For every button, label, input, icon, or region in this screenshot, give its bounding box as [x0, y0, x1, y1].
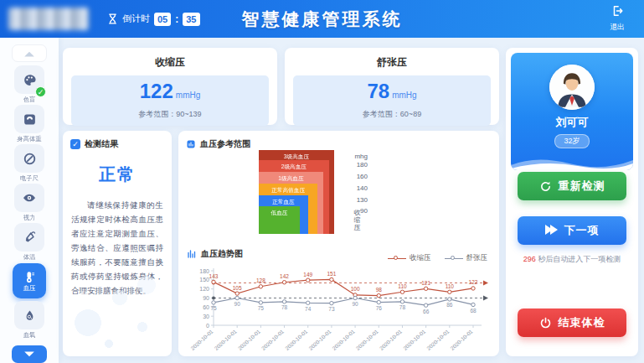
bp-band-label: 低血压	[260, 209, 299, 217]
data-point-label: 151	[327, 271, 336, 277]
data-point	[330, 301, 333, 304]
data-point-label: 90	[352, 301, 358, 307]
reference-range-icon	[186, 139, 196, 149]
data-point	[471, 303, 475, 306]
ref-axis-name: 收 缩 压	[353, 209, 361, 231]
data-point-label: 75	[258, 305, 265, 311]
legend-item-收缩压[interactable]: 收缩压	[388, 253, 431, 263]
sidebar-item-视力[interactable]: 视力	[8, 184, 51, 222]
finish-label: 结束体检	[559, 315, 605, 330]
x-tick-label: 2020-10-01	[425, 328, 451, 351]
trend-chart-title: 血压趋势图	[201, 248, 243, 260]
data-point	[282, 300, 286, 303]
sidebar-item-电子尺[interactable]: 电子尺	[8, 144, 51, 183]
patient-photo-icon	[549, 65, 595, 110]
y-tick-label: 30	[203, 314, 209, 319]
next-label: 下一项	[564, 223, 600, 238]
countdown-separator: :	[175, 13, 178, 25]
data-point	[235, 292, 239, 295]
legend-label: 舒张压	[466, 253, 488, 263]
systolic-card: 收缩压 122mmHg 参考范围：90~139	[63, 48, 277, 125]
data-point-label: 142	[280, 273, 289, 279]
chevron-up-icon	[23, 49, 35, 58]
legend-marker	[445, 256, 463, 262]
x-tick-label: 2020-10-01	[260, 328, 286, 351]
data-point-label: 100	[351, 286, 360, 292]
diastolic-value: 78mmHg	[293, 80, 491, 106]
sidebar-item-血压[interactable]: 血压	[8, 263, 51, 298]
bp-trend-chart: 03060901201501802020-10-012020-10-012020…	[183, 265, 495, 354]
result-check-icon: ✓	[70, 139, 80, 149]
legend-item-舒张压[interactable]: 舒张压	[445, 253, 488, 263]
sidebar-item-label: 身高体重	[17, 135, 41, 143]
diastolic-title: 舒张压	[285, 55, 499, 70]
data-point	[330, 277, 333, 281]
finish-exam-button[interactable]: 结束体检	[518, 309, 626, 337]
diastolic-range: 参考范围：60~89	[293, 109, 491, 120]
bp-band-label: 1级高血压	[260, 174, 322, 183]
systolic-unit: mmHg	[176, 91, 200, 100]
wave-decoration	[511, 153, 633, 170]
legend-label: 收缩压	[410, 253, 431, 263]
eye-icon	[14, 184, 44, 212]
data-point-label: 68	[470, 308, 477, 314]
sidebar-item-血氧[interactable]: 血氧	[8, 301, 51, 340]
sidebar-item-label: 视力	[23, 214, 36, 222]
result-status: 正常	[63, 163, 172, 186]
data-point-label: 86	[446, 302, 453, 308]
hourglass-icon	[107, 13, 118, 25]
diastolic-unit: mmHg	[392, 91, 416, 100]
data-point	[377, 293, 380, 297]
legend-marker	[388, 256, 406, 262]
fast-forward-icon	[545, 225, 558, 237]
data-point-label: 105	[233, 285, 242, 291]
x-tick-label: 2020-10-01	[189, 328, 214, 351]
data-point-label: 78	[399, 304, 406, 310]
ruler-icon	[14, 144, 44, 173]
data-point	[259, 285, 262, 288]
y-tick-label: 150	[199, 277, 209, 283]
sidebar-scroll-down-button[interactable]	[12, 345, 47, 363]
exit-button[interactable]: 退出	[602, 4, 632, 33]
data-point	[424, 303, 427, 307]
sidebar-scroll-up-button[interactable]	[12, 44, 47, 62]
result-header: 检测结果	[85, 138, 118, 150]
data-point	[471, 287, 475, 290]
countdown-seconds: 35	[183, 13, 199, 26]
x-tick-label: 2020-10-01	[284, 328, 309, 351]
data-point	[235, 296, 239, 299]
charts-card: 血压参考范围 mhg18016014013090收 缩 压 3级高血压2级高血压…	[178, 131, 499, 356]
y-tick-label: 0	[206, 323, 209, 329]
sidebar: 色盲✓身高体重电子尺视力体温血压血氧	[0, 38, 59, 363]
y-tick-label: 60	[203, 304, 209, 310]
data-point-label: 66	[423, 309, 430, 314]
data-point	[307, 301, 310, 304]
x-tick-label: 2020-10-01	[379, 328, 404, 351]
chevron-down-icon	[23, 350, 35, 359]
x-tick-label: 2020-10-01	[449, 328, 474, 351]
exit-door-icon	[611, 4, 625, 18]
auto-advance-seconds: 296	[523, 255, 536, 263]
next-item-button[interactable]: 下一项	[518, 216, 626, 245]
sidebar-item-label: 血压	[23, 283, 36, 292]
blood-pressure-icon: 血压	[13, 263, 46, 298]
bp-band-label: 正常高值血压	[260, 186, 317, 194]
x-tick-label: 2020-10-01	[307, 328, 332, 351]
data-point	[259, 301, 262, 304]
auto-advance-note: 296 秒后自动进入下一项检测	[506, 254, 638, 265]
ref-axis-tick: 140	[357, 184, 368, 192]
bp-reference-chart: mhg18016014013090收 缩 压 3级高血压2级高血压1级高血压正常…	[259, 150, 451, 238]
data-point	[448, 290, 451, 293]
sidebar-item-label: 体温	[23, 253, 36, 262]
sidebar-item-体温[interactable]: 体温	[8, 223, 51, 262]
retest-button[interactable]: 重新检测	[518, 172, 626, 200]
sidebar-item-色盲[interactable]: 色盲✓	[8, 65, 51, 104]
data-point-label: 149	[303, 272, 312, 277]
reference-line-start-marker	[212, 297, 215, 300]
countdown-timer: 倒计时 05 : 35	[107, 0, 200, 38]
systolic-title: 收缩压	[63, 55, 277, 70]
ref-axis-tick: 130	[357, 195, 368, 203]
data-point	[400, 290, 404, 293]
reference-line-arrow	[483, 280, 488, 285]
sidebar-item-身高体重[interactable]: 身高体重	[8, 105, 51, 143]
